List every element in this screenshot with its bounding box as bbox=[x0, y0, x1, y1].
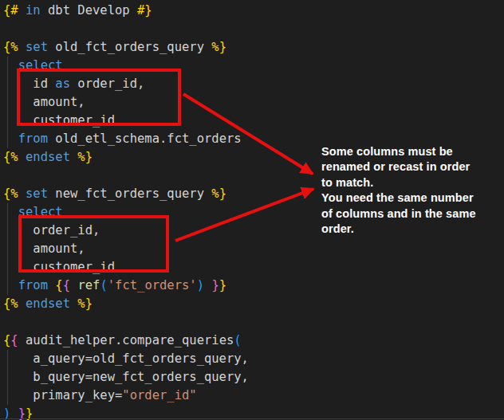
code-line: {% set old_fct_orders_query %} bbox=[3, 38, 504, 57]
annotation-line: renamed or recast in order bbox=[321, 159, 502, 175]
code-line: b_query=new_fct_orders_query, bbox=[3, 368, 504, 387]
code-line bbox=[3, 313, 504, 332]
code-line: amount, bbox=[3, 240, 504, 258]
code-line: from {{ ref('fct_orders') }} bbox=[3, 277, 504, 295]
code-line: customer_id bbox=[3, 112, 504, 130]
indent-guide bbox=[7, 203, 8, 295]
annotation-line: You need the same number bbox=[321, 190, 502, 206]
indent-guide bbox=[7, 350, 8, 405]
code-line: {% endset %} bbox=[3, 295, 504, 313]
code-line: {{ audit_helper.compare_queries( bbox=[3, 332, 504, 350]
annotation-note: Some columns must berenamed or recast in… bbox=[321, 144, 502, 237]
annotation-line: order. bbox=[321, 222, 502, 237]
code-line: amount, bbox=[3, 93, 504, 112]
code-line: a_query=old_fct_orders_query, bbox=[3, 350, 504, 368]
code-line bbox=[3, 20, 504, 38]
code-line: {# in dbt Develop #} bbox=[3, 2, 504, 20]
code-line: primary_key="order_id" bbox=[3, 387, 504, 405]
code-line: select bbox=[3, 57, 504, 75]
annotation-line: Some columns must be bbox=[321, 144, 502, 159]
code-line: id as order_id, bbox=[3, 75, 504, 93]
code-line: customer_id bbox=[3, 258, 504, 277]
annotation-line: of columns and in the same bbox=[321, 206, 502, 222]
window-bottom-edge bbox=[0, 418, 504, 419]
annotation-line: to match. bbox=[321, 175, 502, 190]
indent-guide bbox=[7, 57, 8, 148]
